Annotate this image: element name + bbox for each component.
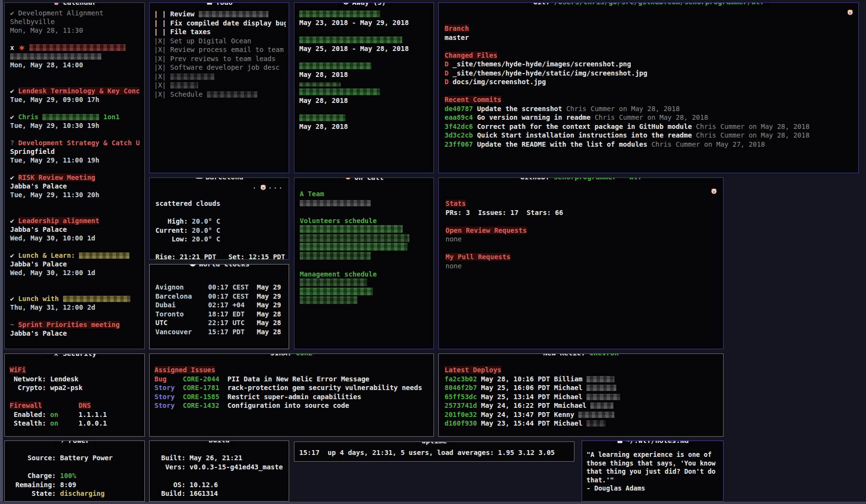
panel-world-clocks[interactable]: World Clocks Avignon 00:17 CEST May 29Ba… [149,264,289,349]
text-segment: 23ff067 [445,140,477,148]
text-segment: 18:17 EDT [208,310,253,318]
panel-git[interactable]: Git: /Users/chris/go/src/github.com/seno… [438,2,859,173]
text-line: Recent Commits [445,95,853,104]
text-line [299,62,430,70]
text-segment: Remaining: 8:09 [15,481,76,489]
redacted-text [170,74,215,80]
panel-new-relic[interactable]: New Relic: Chevron Latest Deploysfa2c3b0… [438,353,724,437]
text-segment: Update the README with the list of modul… [477,140,651,148]
text-line: Jabba's Palace [10,182,140,190]
text-line: High: 20.0° C [155,217,285,226]
text-segment: - Douglas Adams [586,484,645,492]
text-segment: ✔ Development Alignment [10,9,103,17]
text-segment: Story [154,402,183,409]
panel-security[interactable]: Security WiFi Network: Lendesk Crypto: w… [4,353,145,437]
text-segment: 1.1.1.1 [58,411,107,418]
text-line: D _site/themes/hyde-hyde/images/screensh… [445,60,853,69]
text-segment: Go version warning in readme [477,113,594,121]
text-segment: May 28, 2018 [299,71,348,78]
panel-away[interactable]: Away (5) May 23, 2018 - May 29, 2018 May… [294,2,434,173]
text-line: OS: 10.12.6 [161,480,285,490]
panel-title: Security [50,353,100,358]
text-segment: |X| Review process email to team [154,46,284,53]
panel-build[interactable]: Build Built: May 26, 21:21 Vers: v0.0.3-… [149,441,289,502]
text-segment: uptime [421,441,446,445]
text-segment: Crypto: wpa2-psk [10,384,83,391]
text-line: that.'" [586,476,720,485]
redacted-text [300,296,357,304]
page-icon [617,441,623,445]
panel-title: Power [56,441,93,445]
burst-icon [19,45,25,51]
text-segment: Build [209,441,230,444]
text-segment: May 25, 13:14 PDT Michael [481,393,586,401]
text-line: Avignon 00:17 CEST May 29 [155,283,285,292]
text-line [10,130,140,139]
text-segment: Mon, May 28, 14:00 [10,61,83,69]
text-segment: |X| Schedule [154,90,207,98]
text-segment: x [10,44,18,51]
text-segment: Chris [18,113,43,121]
text-line: 3d3c2cb Quick Start installation instruc… [445,131,853,140]
text-segment: OS: 10.12.6 [161,481,218,489]
text-line: Bug CORE-2044 PII Data in New Relic Erro… [154,375,430,384]
panel-on-call[interactable]: On Call A Team Volunteers schedule Manag… [294,177,434,349]
text-segment: Away (5) [352,2,386,6]
text-line: May 28, 2018 [299,122,430,131]
panel-weather-barcelona[interactable]: Barcelona ···· scattered clouds High: 20… [149,177,289,260]
text-line: Jabba's Palace [10,260,140,268]
popcorn-icon [53,2,60,7]
text-line: Jabba's Palace [10,225,140,234]
text-segment: May 29 [253,292,281,300]
text-line [10,312,140,320]
text-line: none [446,262,718,271]
text-segment: Current: [155,227,192,234]
panel-title: Todo [203,2,236,7]
text-segment: Calendar [63,2,97,6]
panel-todo[interactable]: Todo | | Review | | Fix compiled date di… [149,2,289,173]
text-line: Story CORE-1781 rack-protection gem secu… [154,383,430,392]
text-segment: Firewall [10,402,42,409]
text-segment: 22:17 UTC [208,319,253,327]
text-segment: Wed, May 30, 12:00 1d [10,269,95,277]
text-line [10,199,140,208]
text-segment: 1.0.0.1 [58,419,107,427]
redacted-text [42,114,99,120]
text-segment: Bug [154,375,183,383]
text-segment: 65ff53dc [445,393,481,401]
text-segment: 20.0° C [192,217,220,225]
text-segment: RISK Review Meeting [18,174,95,181]
text-line: ✔ Lendesk Terminology & Key Conc [10,87,140,95]
redacted-text [170,82,198,88]
text-segment: Build: 16G1314 [161,490,218,497]
text-line [300,288,430,297]
text-line: WiFi [10,365,140,375]
clown-icon [711,188,717,194]
text-line: Firewall DNS [10,401,140,410]
redacted-text [10,53,102,60]
panel-uptime[interactable]: uptime 15:17 up 4 days, 21:31, 5 users, … [294,441,574,462]
panel-calendar[interactable]: Calendar ✔ Development AlignmentShelbyvi… [4,2,145,349]
redacted-text [586,385,616,391]
text-segment: Sprint Priorities meeting [18,321,120,328]
text-line: Tue, May 29, 09:00 17h [10,95,140,104]
text-line: | | File taxes [154,27,286,37]
text-line: Low: 20.0° C [155,235,285,244]
panel-power[interactable]: Power Source: Battery Power Charge: 100%… [4,441,145,502]
cloud-icon [195,177,203,181]
text-segment: May 28 [253,319,281,327]
text-line [446,244,718,253]
text-line: Network: Lendesk [10,375,140,384]
panel-jira[interactable]: JIRA: CORE Assigned IssuesBug CORE-2044 … [149,353,434,437]
text-segment: Tue, May 29, 09:00 17h [10,96,99,103]
text-segment: Open Review Requests [446,227,527,234]
redacted-text [586,394,620,400]
text-segment: Lunch with [18,295,63,302]
text-line: d160f930 May 23, 15:44 PDT Michael [445,419,719,428]
panel-github[interactable]: Github: senorprogrammer - wtf StatsPRs: … [438,177,724,349]
redacted-text [590,403,613,409]
text-segment: /Users/chris/go/src/github.com/senorprog… [554,2,764,6]
text-segment: |X| [154,81,170,89]
text-segment: Restrict super-admin capabilities [228,393,361,401]
panel-notes[interactable]: ~/.wtf/notes.md "A learning experience i… [582,441,724,502]
